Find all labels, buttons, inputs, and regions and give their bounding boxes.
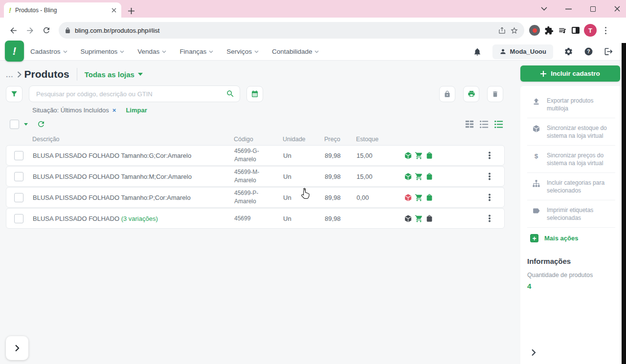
browser-toolbar: bling.com.br/produtos.php#list T — [0, 18, 626, 43]
delete-button[interactable] — [487, 86, 503, 102]
stock-box-icon[interactable] — [404, 193, 412, 202]
menu-suprimentos[interactable]: Suprimentos — [81, 48, 125, 55]
menu-servicos[interactable]: Serviços — [226, 48, 259, 55]
cart-icon[interactable] — [415, 151, 423, 160]
store-selector[interactable]: Todas as lojas — [85, 70, 143, 79]
settings-gear-icon[interactable] — [564, 47, 573, 56]
lock-button[interactable] — [439, 86, 455, 102]
cart-icon[interactable] — [415, 172, 423, 181]
help-icon[interactable]: ? — [584, 47, 593, 56]
bling-logo[interactable]: ! — [5, 41, 24, 62]
search-input[interactable] — [36, 90, 226, 98]
active-filters-row: Situação: Últimos Incluídos × Limpar — [32, 107, 505, 114]
plus-icon — [540, 71, 546, 77]
select-all-checkbox[interactable] — [10, 120, 19, 129]
list-view-icon[interactable] — [494, 120, 504, 128]
product-unit: Un — [283, 194, 325, 201]
bling-favicon-icon: ! — [9, 6, 11, 14]
playlist-extension-icon[interactable] — [558, 26, 567, 35]
search-box — [29, 86, 240, 102]
bag-icon[interactable] — [425, 193, 433, 201]
forward-icon[interactable] — [22, 22, 38, 39]
row-menu-icon[interactable] — [475, 175, 504, 177]
filter-funnel-button[interactable] — [6, 86, 22, 102]
page-header: ... Produtos Todas as lojas — [6, 66, 505, 82]
window-chevron-icon[interactable] — [539, 4, 549, 14]
bag-icon[interactable] — [425, 151, 433, 159]
cart-icon[interactable] — [415, 214, 423, 223]
sidebar-item-exportar[interactable]: Exportar produtos multiloja — [527, 91, 615, 118]
share-icon[interactable] — [498, 26, 506, 35]
bookmark-star-icon[interactable] — [510, 26, 518, 35]
row-menu-icon[interactable] — [475, 154, 504, 156]
stock-box-icon[interactable] — [404, 151, 412, 160]
table-row[interactable]: BLUSA PLISSADO FOLHADO (3 variações) 456… — [6, 208, 505, 229]
product-code: 45699-M-Amarelo — [234, 168, 276, 185]
window-close-icon[interactable] — [612, 4, 622, 14]
sidebar-item-imprimir-etiquetas[interactable]: Imprimir etiquetas selecionadas — [527, 200, 615, 228]
sidebar-item-sync-precos[interactable]: $ Sincronizar preços do sistema na loja … — [527, 146, 615, 173]
dollar-icon: $ — [531, 152, 541, 160]
cart-icon[interactable] — [415, 193, 423, 202]
print-button[interactable] — [463, 86, 479, 102]
bag-icon[interactable] — [425, 172, 433, 180]
grid-view-icon[interactable] — [465, 120, 474, 128]
side-panel-icon[interactable] — [572, 27, 580, 34]
row-checkbox[interactable] — [14, 214, 23, 223]
row-checkbox[interactable] — [14, 172, 23, 181]
url-bar[interactable]: bling.com.br/produtos.php#list — [59, 22, 524, 39]
tab-close-icon[interactable] — [112, 8, 116, 13]
extensions-puzzle-icon[interactable] — [544, 26, 554, 35]
main-menu: Cadastros Suprimentos Vendas Finanças Se… — [30, 48, 319, 55]
table-row[interactable]: BLUSA PLISSADO FOLHADO Tamanho:M;Cor:Ama… — [6, 166, 505, 187]
product-status-icons — [404, 151, 475, 160]
menu-cadastros[interactable]: Cadastros — [30, 48, 67, 55]
more-actions-button[interactable]: + Mais ações — [527, 228, 615, 242]
stock-box-icon[interactable] — [404, 214, 412, 223]
compact-list-view-icon[interactable] — [479, 120, 489, 128]
refresh-icon[interactable] — [37, 120, 45, 128]
row-checkbox[interactable] — [14, 151, 23, 160]
reload-icon[interactable] — [38, 22, 55, 39]
bag-icon[interactable] — [425, 214, 433, 222]
label-tag-icon — [531, 207, 541, 215]
row-menu-icon[interactable] — [475, 196, 504, 198]
tab-title: Produtos - Bling — [15, 7, 108, 14]
list-action-buttons — [439, 86, 503, 102]
window-maximize-icon[interactable] — [588, 4, 598, 14]
menu-vendas[interactable]: Vendas — [137, 48, 166, 55]
navbar-right: Moda_Uoou ? — [473, 44, 613, 59]
profile-avatar[interactable]: T — [584, 24, 597, 37]
table-row[interactable]: BLUSA PLISSADO FOLHADO Tamanho:G;Cor:Ama… — [6, 145, 505, 166]
logout-icon[interactable] — [604, 47, 613, 56]
sidebar-collapse-chevron-icon[interactable] — [531, 349, 536, 356]
menu-contabilidade[interactable]: Contabilidade — [272, 48, 319, 55]
notifications-bell-icon[interactable] — [473, 47, 482, 56]
sidebar-item-sync-estoque[interactable]: Sincronizar estoque do sistema na loja v… — [527, 118, 615, 146]
record-extension-icon[interactable] — [529, 25, 540, 36]
actions-sidebar: Exportar produtos multiloja Sincronizar … — [520, 86, 622, 364]
screen-edge-strip — [622, 43, 626, 364]
new-tab-icon[interactable] — [128, 8, 134, 14]
row-checkbox[interactable] — [14, 193, 23, 202]
search-icon[interactable] — [226, 89, 235, 98]
filter-row — [6, 86, 505, 102]
window-minimize-icon[interactable] — [563, 4, 573, 14]
browser-menu-icon[interactable] — [601, 25, 610, 36]
row-menu-icon[interactable] — [475, 217, 504, 219]
browser-tab[interactable]: ! Produtos - Bling — [4, 2, 121, 18]
product-description: BLUSA PLISSADO FOLHADO Tamanho:P;Cor:Ama… — [33, 194, 234, 201]
clear-filters-link[interactable]: Limpar — [126, 107, 147, 114]
menu-financas[interactable]: Finanças — [179, 48, 213, 55]
remove-filter-icon[interactable]: × — [112, 107, 116, 114]
breadcrumb-ellipsis[interactable]: ... — [6, 70, 14, 79]
expand-panel-button[interactable] — [6, 336, 28, 360]
add-record-button[interactable]: Incluir cadastro — [520, 65, 620, 82]
stock-box-icon[interactable] — [404, 172, 412, 181]
sidebar-item-incluir-categorias[interactable]: Incluir categorias para selecionados — [527, 173, 615, 200]
table-row[interactable]: BLUSA PLISSADO FOLHADO Tamanho:P;Cor:Ama… — [6, 187, 505, 208]
user-account-button[interactable]: Moda_Uoou — [492, 44, 553, 59]
select-dropdown-icon[interactable] — [24, 123, 28, 126]
back-icon[interactable] — [5, 22, 22, 39]
calendar-button[interactable] — [246, 86, 263, 102]
